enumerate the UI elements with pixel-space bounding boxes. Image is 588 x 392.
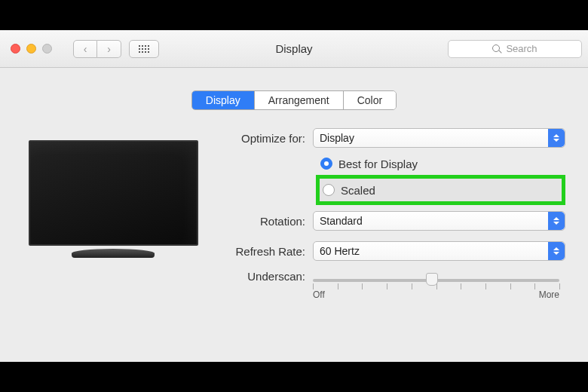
select-stepper-icon: [548, 242, 565, 260]
minimize-window-button[interactable]: [26, 44, 36, 54]
slider-max-label: More: [539, 289, 559, 300]
settings-column: Optimize for: Display Best for Display: [222, 127, 565, 308]
row-rotation: Rotation: Standard: [222, 210, 565, 232]
radio-indicator-icon: [323, 184, 335, 196]
search-icon: [492, 44, 501, 54]
slider-tick: [534, 283, 535, 289]
slider-tick: [338, 283, 338, 289]
resolution-radios: Best for Display Scaled: [222, 154, 565, 205]
slider-tick: [485, 283, 486, 289]
select-stepper-icon: [548, 212, 565, 230]
grid-icon: [139, 45, 149, 53]
slider-tick: [559, 283, 560, 289]
radio-scaled-label: Scaled: [341, 184, 375, 197]
underscan-slider[interactable]: Off More: [313, 270, 565, 300]
radio-indicator-checked-icon: [320, 158, 332, 170]
tab-bar: Display Arrangement Color: [0, 90, 588, 110]
select-stepper-icon: [548, 129, 565, 147]
slider-track: [313, 279, 559, 282]
slider-tick: [313, 283, 314, 289]
show-all-button[interactable]: [129, 40, 159, 58]
window-title: Display: [275, 42, 312, 55]
display-preview-screen: [29, 140, 198, 246]
slider-tick: [362, 283, 363, 289]
preferences-window: ‹ › Display Search Display Arrangement C…: [0, 30, 588, 362]
display-preview: [23, 140, 204, 308]
search-input[interactable]: Search: [448, 40, 582, 58]
refresh-select[interactable]: 60 Hertz: [313, 241, 565, 261]
row-refresh: Refresh Rate: 60 Hertz: [222, 240, 565, 262]
pane-body: Optimize for: Display Best for Display: [0, 110, 588, 308]
forward-button[interactable]: ›: [97, 40, 121, 58]
refresh-label: Refresh Rate:: [222, 245, 313, 258]
radio-best-for-display[interactable]: Best for Display: [320, 154, 565, 173]
row-underscan: Underscan: Off More: [222, 270, 565, 300]
radio-scaled[interactable]: Scaled: [323, 180, 486, 200]
toolbar: ‹ › Display Search: [0, 30, 588, 68]
chevron-left-icon: ‹: [84, 43, 87, 55]
slider-endpoints: Off More: [313, 289, 559, 300]
row-optimize: Optimize for: Display: [222, 127, 565, 149]
close-window-button[interactable]: [11, 44, 20, 54]
back-button[interactable]: ‹: [73, 40, 97, 58]
slider-tick: [387, 283, 387, 289]
optimize-select[interactable]: Display: [313, 128, 565, 148]
traffic-lights: [11, 44, 52, 54]
search-placeholder: Search: [506, 43, 537, 54]
underscan-label: Underscan:: [222, 270, 313, 283]
slider-tick: [412, 283, 412, 289]
optimize-value: Display: [320, 132, 354, 144]
tab-arrangement[interactable]: Arrangement: [254, 91, 343, 109]
optimize-label: Optimize for:: [222, 132, 313, 145]
slider-min-label: Off: [313, 289, 325, 300]
chevron-right-icon: ›: [107, 43, 111, 55]
slider-tick: [436, 283, 437, 289]
tab-color[interactable]: Color: [343, 91, 396, 109]
rotation-select[interactable]: Standard: [313, 211, 565, 231]
tutorial-highlight: Scaled: [316, 175, 565, 205]
radio-best-label: Best for Display: [338, 158, 418, 170]
tab-display[interactable]: Display: [192, 91, 254, 109]
rotation-label: Rotation:: [222, 215, 313, 228]
nav-segment: ‹ ›: [73, 40, 121, 58]
rotation-value: Standard: [320, 215, 363, 227]
refresh-value: 60 Hertz: [320, 245, 360, 257]
slider-tick: [510, 283, 511, 289]
zoom-window-button[interactable]: [42, 44, 52, 54]
slider-tick: [461, 283, 461, 289]
display-preview-stand: [72, 249, 155, 258]
